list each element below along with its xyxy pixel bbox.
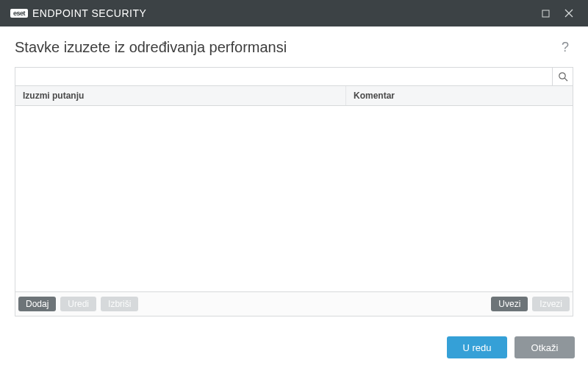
search-button[interactable] xyxy=(552,68,573,85)
import-button[interactable]: Uvezi xyxy=(491,297,528,311)
search-row xyxy=(15,67,573,86)
table-header: Izuzmi putanju Komentar xyxy=(15,86,573,106)
svg-line-4 xyxy=(564,78,567,81)
export-button: Izvezi xyxy=(532,297,570,311)
maximize-button[interactable] xyxy=(534,0,557,26)
delete-button: Izbriši xyxy=(101,297,138,311)
add-button[interactable]: Dodaj xyxy=(18,297,56,311)
search-icon xyxy=(558,71,568,82)
exclusions-table: Izuzmi putanju Komentar xyxy=(15,86,573,292)
svg-rect-0 xyxy=(542,10,549,17)
close-button[interactable] xyxy=(557,0,581,26)
page-title: Stavke izuzete iz određivanja performans… xyxy=(15,39,557,56)
ok-button[interactable]: U redu xyxy=(447,336,507,358)
table-body[interactable] xyxy=(15,106,573,291)
cancel-button[interactable]: Otkaži xyxy=(514,336,575,358)
page-header: Stavke izuzete iz određivanja performans… xyxy=(15,38,573,57)
brand-logo: eset xyxy=(10,9,28,18)
svg-point-3 xyxy=(559,73,564,79)
titlebar: eset ENDPOINT SECURITY xyxy=(0,0,588,26)
action-bar: Dodaj Uredi Izbriši Uvezi Izvezi xyxy=(15,291,573,316)
brand-name: ENDPOINT SECURITY xyxy=(32,7,146,19)
dialog-footer: U redu Otkaži xyxy=(0,327,588,368)
edit-button: Uredi xyxy=(60,297,96,311)
column-header-comment[interactable]: Komentar xyxy=(346,86,573,105)
content-area: Stavke izuzete iz određivanja performans… xyxy=(0,26,588,316)
maximize-icon xyxy=(542,10,550,18)
help-icon[interactable]: ? xyxy=(557,38,573,57)
close-icon xyxy=(564,9,573,18)
search-input[interactable] xyxy=(15,68,552,85)
column-header-path[interactable]: Izuzmi putanju xyxy=(15,86,346,105)
